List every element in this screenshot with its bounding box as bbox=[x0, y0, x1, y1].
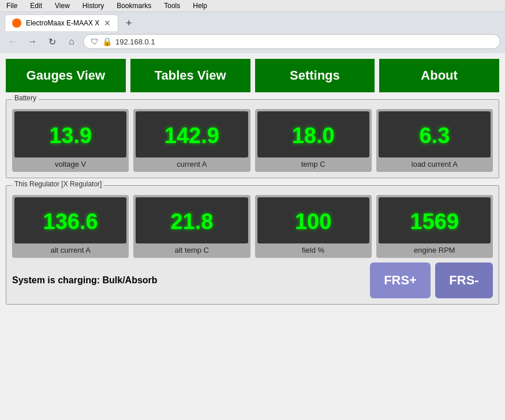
tab-favicon bbox=[12, 18, 21, 28]
tab-close-button[interactable]: ✕ bbox=[104, 18, 111, 28]
url-box[interactable]: 🛡 🔒 192.168.0.1 bbox=[83, 34, 500, 49]
menu-bookmarks[interactable]: Bookmarks bbox=[115, 1, 153, 10]
reload-button[interactable]: ↻ bbox=[44, 33, 60, 50]
alt-current-value: 136.6 bbox=[43, 209, 98, 234]
lock-icon: 🔒 bbox=[102, 37, 112, 46]
tab-bar: ElectroMaax E-MAAX X ✕ + bbox=[0, 12, 505, 31]
field-percent-display: 100 bbox=[257, 197, 369, 243]
regulator-bottom-row: System is charging: Bulk/Absorb FRS+ FRS… bbox=[12, 262, 493, 298]
about-button[interactable]: About bbox=[379, 59, 499, 92]
battery-load-current-value: 6.3 bbox=[419, 123, 450, 148]
shield-icon: 🛡 bbox=[91, 37, 99, 46]
engine-rpm-label: engine RPM bbox=[379, 243, 491, 256]
battery-voltage-label: voltage V bbox=[14, 158, 126, 170]
battery-current-value: 142.9 bbox=[164, 123, 219, 148]
frs-plus-button[interactable]: FRS+ bbox=[370, 262, 431, 298]
app-content: Gauges View Tables View Settings About B… bbox=[0, 53, 505, 317]
alt-temp-display: 21.8 bbox=[136, 197, 248, 243]
field-percent-gauge: 100 field % bbox=[255, 195, 372, 258]
engine-rpm-display: 1569 bbox=[379, 197, 491, 243]
menu-bar: File Edit View History Bookmarks Tools H… bbox=[0, 0, 505, 12]
regulator-panel-title: This Regulator [X Regulator] bbox=[12, 180, 104, 188]
new-tab-button[interactable]: + bbox=[121, 15, 137, 31]
regulator-gauges-row: 136.6 alt current A 21.8 alt temp C 100 … bbox=[12, 195, 493, 258]
browser-tab[interactable]: ElectroMaax E-MAAX X ✕ bbox=[5, 14, 118, 31]
frs-minus-button[interactable]: FRS- bbox=[435, 262, 493, 298]
battery-load-current-display: 6.3 bbox=[379, 111, 491, 158]
field-percent-label: field % bbox=[257, 243, 369, 256]
menu-help[interactable]: Help bbox=[191, 1, 209, 10]
address-bar: ← → ↻ ⌂ 🛡 🔒 192.168.0.1 bbox=[0, 31, 505, 53]
regulator-panel: This Regulator [X Regulator] 136.6 alt c… bbox=[6, 185, 499, 305]
battery-current-display: 142.9 bbox=[136, 111, 248, 158]
menu-history[interactable]: History bbox=[81, 1, 106, 10]
battery-temp-label: temp C bbox=[257, 158, 369, 170]
url-text: 192.168.0.1 bbox=[115, 38, 155, 46]
settings-button[interactable]: Settings bbox=[255, 59, 375, 92]
back-button[interactable]: ← bbox=[5, 33, 21, 50]
menu-view[interactable]: View bbox=[53, 1, 72, 10]
battery-temp-display: 18.0 bbox=[257, 111, 369, 158]
battery-voltage-display: 13.9 bbox=[14, 111, 126, 158]
frs-buttons-group: FRS+ FRS- bbox=[370, 262, 493, 298]
battery-current-label: current A bbox=[136, 158, 248, 170]
engine-rpm-value: 1569 bbox=[410, 209, 459, 234]
alt-temp-label: alt temp C bbox=[136, 243, 248, 256]
battery-load-current-gauge: 6.3 load current A bbox=[376, 109, 493, 172]
battery-temp-value: 18.0 bbox=[292, 123, 335, 148]
home-button[interactable]: ⌂ bbox=[63, 33, 80, 50]
app-nav-buttons: Gauges View Tables View Settings About bbox=[6, 59, 499, 92]
alt-temp-value: 21.8 bbox=[170, 209, 213, 234]
tab-title: ElectroMaax E-MAAX X bbox=[26, 19, 99, 27]
field-percent-value: 100 bbox=[295, 209, 331, 234]
alt-temp-gauge: 21.8 alt temp C bbox=[133, 195, 250, 258]
battery-current-gauge: 142.9 current A bbox=[133, 109, 250, 172]
battery-voltage-value: 13.9 bbox=[49, 123, 92, 148]
battery-gauges-row: 13.9 voltage V 142.9 current A 18.0 temp… bbox=[12, 109, 493, 172]
engine-rpm-gauge: 1569 engine RPM bbox=[376, 195, 493, 258]
menu-file[interactable]: File bbox=[5, 1, 19, 10]
alt-current-label: alt current A bbox=[14, 243, 126, 256]
menu-edit[interactable]: Edit bbox=[28, 1, 44, 10]
charging-status: System is charging: Bulk/Absorb bbox=[12, 275, 364, 286]
battery-voltage-gauge: 13.9 voltage V bbox=[12, 109, 129, 172]
tables-view-button[interactable]: Tables View bbox=[130, 59, 250, 92]
menu-tools[interactable]: Tools bbox=[162, 1, 182, 10]
battery-temp-gauge: 18.0 temp C bbox=[255, 109, 372, 172]
forward-button[interactable]: → bbox=[24, 33, 40, 50]
battery-panel: Battery 13.9 voltage V 142.9 current A 1… bbox=[6, 99, 499, 178]
gauges-view-button[interactable]: Gauges View bbox=[6, 59, 126, 92]
alt-current-display: 136.6 bbox=[14, 197, 126, 243]
battery-load-current-label: load current A bbox=[379, 158, 491, 170]
battery-panel-title: Battery bbox=[12, 94, 39, 102]
alt-current-gauge: 136.6 alt current A bbox=[12, 195, 129, 258]
